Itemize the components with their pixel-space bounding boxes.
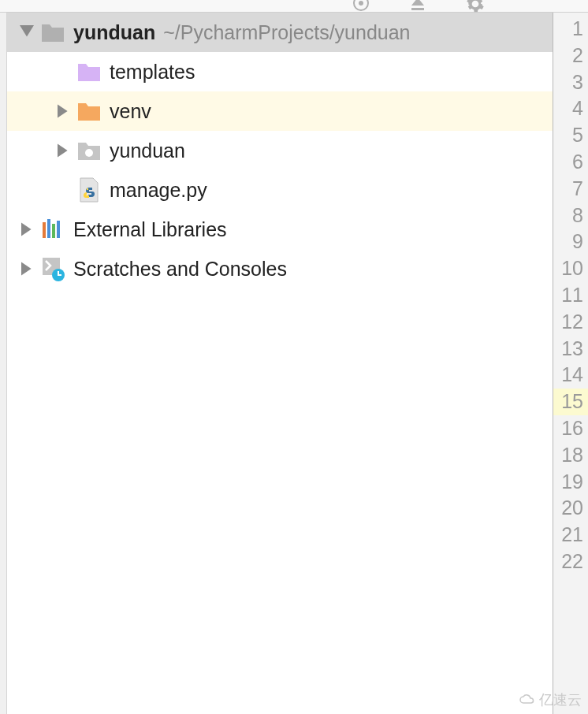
line-number[interactable]: 13	[553, 336, 588, 363]
chevron-right-icon[interactable]	[15, 262, 39, 276]
tree-item-label: templates	[110, 61, 195, 84]
svg-rect-5	[43, 222, 46, 238]
line-number[interactable]: 19	[553, 469, 588, 496]
line-number[interactable]: 11	[553, 282, 588, 309]
package-folder-icon	[75, 136, 103, 165]
tree-scratches[interactable]: Scratches and Consoles	[7, 249, 553, 288]
tree-item-label: External Libraries	[73, 218, 227, 241]
line-number[interactable]: 4	[553, 95, 588, 122]
tree-item-manage-py[interactable]: ▶ manage.py	[7, 170, 553, 210]
tree-item-yunduan[interactable]: yunduan	[7, 131, 553, 170]
svg-point-4	[87, 188, 88, 190]
tree-item-venv[interactable]: venv	[7, 91, 553, 131]
scratches-icon	[39, 255, 67, 283]
line-number[interactable]: 10	[553, 255, 588, 282]
external-libraries-icon	[39, 215, 67, 244]
tree-item-label: venv	[110, 100, 151, 123]
svg-point-3	[85, 149, 93, 157]
editor-gutter[interactable]: 123456789101112131415161819202122	[553, 13, 588, 714]
tree-root-path: ~/PycharmProjects/yunduan	[163, 21, 410, 44]
panel-left-border	[0, 13, 7, 714]
line-number[interactable]: 21	[553, 522, 588, 549]
svg-rect-2	[411, 8, 424, 10]
watermark-text: 亿速云	[539, 690, 582, 709]
chevron-right-icon[interactable]	[51, 104, 75, 118]
svg-point-1	[359, 1, 363, 6]
project-tree[interactable]: yunduan ~/PycharmProjects/yunduan ▶ temp…	[7, 13, 553, 714]
tree-external-libraries[interactable]: External Libraries	[7, 210, 553, 249]
line-number[interactable]: 2	[553, 43, 588, 69]
line-number[interactable]: 5	[553, 122, 588, 149]
chevron-down-icon[interactable]	[15, 25, 39, 39]
line-number[interactable]: 18	[553, 442, 588, 469]
folder-icon	[75, 58, 103, 86]
line-number[interactable]: 8	[553, 203, 588, 229]
line-number[interactable]: 16	[553, 415, 588, 442]
line-number[interactable]: 1	[553, 16, 588, 43]
line-number[interactable]: 7	[553, 176, 588, 203]
tree-item-label: manage.py	[110, 179, 207, 202]
chevron-right-icon[interactable]	[15, 222, 39, 236]
line-number[interactable]: 3	[553, 69, 588, 96]
folder-icon	[75, 97, 103, 125]
line-number[interactable]: 6	[553, 149, 588, 176]
watermark: 亿速云	[519, 690, 582, 709]
toolbar	[0, 0, 588, 13]
line-number[interactable]: 22	[553, 549, 588, 575]
line-number[interactable]: 14	[553, 362, 588, 389]
chevron-right-icon[interactable]	[51, 143, 75, 158]
folder-icon	[39, 18, 67, 46]
tree-root-label: yunduan	[73, 21, 155, 44]
line-number[interactable]: 15	[553, 389, 588, 415]
svg-rect-7	[52, 224, 55, 238]
tree-item-label: Scratches and Consoles	[73, 258, 287, 281]
line-number[interactable]: 9	[553, 229, 588, 255]
python-file-icon	[75, 176, 103, 204]
line-number[interactable]: 20	[553, 495, 588, 522]
tree-root-row[interactable]: yunduan ~/PycharmProjects/yunduan	[7, 13, 553, 52]
svg-rect-6	[47, 219, 50, 238]
tree-item-templates[interactable]: ▶ templates	[7, 52, 553, 91]
tree-item-label: yunduan	[110, 139, 185, 162]
line-number[interactable]: 12	[553, 309, 588, 336]
svg-rect-8	[57, 221, 60, 238]
